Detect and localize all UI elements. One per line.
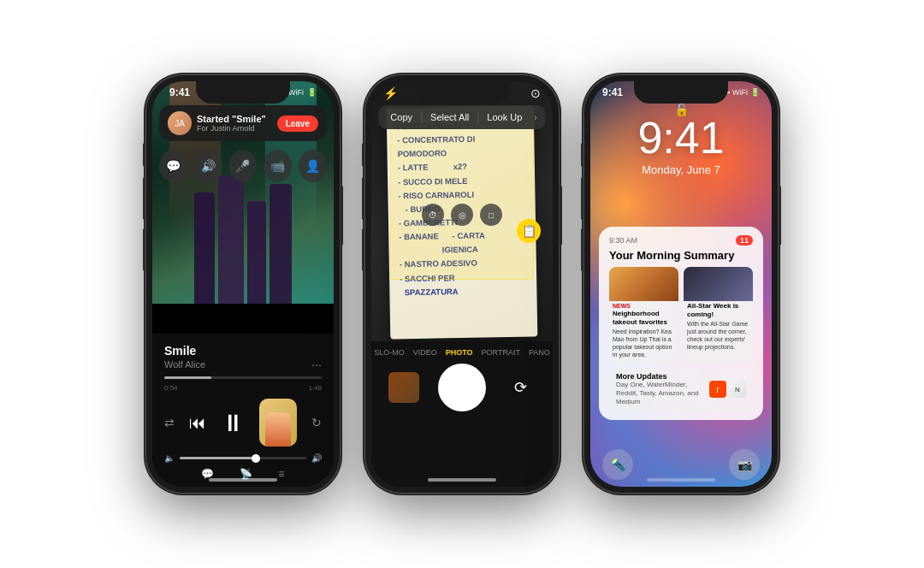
phone1-music-panel: Smile Wolf Alice ··· 0:54 1:48 ⇄ ⏮ ⏸ (152, 334, 334, 487)
phone2-mode-selector: SLO-MO VIDEO PHOTO PORTRAIT PANO (374, 341, 550, 360)
phone3-news-label-1: NEWS (609, 301, 678, 309)
phone1-person-button[interactable]: 👤 (299, 150, 327, 182)
phone2-shutter-row: ⟳ (371, 360, 553, 415)
phone1-shuffle-icon[interactable]: ⇄ (164, 416, 175, 429)
phone3-notif-title: Your Morning Summary (609, 249, 753, 262)
phone2-shutter-inner (442, 368, 482, 407)
phone2-menu-sep1 (421, 111, 422, 123)
phone-3: 9:41 ▪▪▪ WiFi 🔋 🔓 9:41 Monday, June 7 9:… (583, 74, 779, 494)
phone1-mic-button[interactable]: 🎤 (229, 150, 258, 182)
phone2-select-all-button[interactable]: Select All (424, 109, 476, 125)
phone1-pause-button[interactable]: ⏸ (221, 409, 245, 437)
phone3-bottom-bar: 🔦 📷 (602, 449, 760, 480)
phone2-timer-button[interactable]: ⏱ (422, 204, 444, 226)
phone2-camera-bottom: SLO-MO VIDEO PHOTO PORTRAIT PANO ⟳ (371, 341, 553, 487)
phone1-time: 9:41 (169, 86, 190, 98)
phone1-chat-button[interactable]: 💬 (159, 150, 187, 182)
phone-1: 9:41 ▪▪▪ WiFi 🔋 JA Started "Smile" For J… (145, 74, 341, 494)
phone2-shutter-button[interactable] (438, 364, 486, 411)
phone1-playback-controls: ⇄ ⏮ ⏸ ↻ (164, 399, 322, 447)
phone1-avatar: JA (168, 111, 192, 135)
phone2-flip-camera-button[interactable]: ⟳ (505, 372, 536, 403)
phone3-news-grid: NEWS Neighborhood takeout favorites Need… (609, 267, 753, 363)
phone3-notification[interactable]: 9:30 AM 11 Your Morning Summary NEWS Nei… (599, 227, 763, 420)
phone3-notch (634, 81, 728, 104)
phone3-more-updates[interactable]: More Updates Day One, WaterMinder, Reddi… (609, 368, 753, 411)
phone1-queue-icon[interactable]: ≡ (278, 468, 284, 480)
phone3-news-headline-1: Neighborhood takeout favorites (609, 309, 678, 328)
phone2-mode-pano[interactable]: PANO (529, 348, 550, 357)
phone1-progress-bar[interactable] (164, 376, 322, 379)
phone3-news-headline-2: All-Star Week is coming! (684, 301, 753, 320)
phone1-vol-high-icon: 🔊 (311, 453, 322, 463)
phone3-news-item-2[interactable]: All-Star Week is coming! With the All-St… (684, 267, 753, 363)
phone1-facetime-text: Started "Smile" For Justin Arnold (197, 114, 266, 133)
phone1-facetime-controls: 💬 🔊 🎤 📹 👤 (159, 150, 327, 182)
phone1-home-indicator[interactable] (209, 478, 277, 482)
phone3-wifi-icon: WiFi (732, 88, 748, 97)
phone2-aspect-button[interactable]: □ (480, 204, 502, 226)
phone2-mode-portrait[interactable]: PORTRAIT (482, 348, 520, 357)
phone2-screen: ⚡ ∧ ⊙ PETTI DI POLLO - CONCENTRATO DI PO… (371, 81, 553, 487)
phone3-notif-badge: 11 (736, 235, 753, 246)
phone3-screen: 9:41 ▪▪▪ WiFi 🔋 🔓 9:41 Monday, June 7 9:… (590, 81, 772, 487)
phone3-news-img-1 (609, 267, 678, 301)
phone2-look-up-button[interactable]: Look Up (480, 109, 529, 125)
phone1-song-info: Smile Wolf Alice ··· (164, 344, 322, 371)
phone1-facetime-thumbnail[interactable] (259, 399, 297, 447)
phone1-wifi-icon: WiFi (288, 88, 304, 97)
phone3-clock-time: 9:41 (590, 115, 772, 160)
phone2-menu-sep2 (477, 111, 478, 123)
phone1-song-title: Smile (164, 344, 322, 358)
phone2-copy-button[interactable]: Copy (383, 109, 419, 125)
phone1-screen: 9:41 ▪▪▪ WiFi 🔋 JA Started "Smile" For J… (152, 81, 334, 487)
phone2-text-menu: Copy Select All Look Up › (378, 105, 545, 129)
phone2-gallery-thumbnail[interactable] (388, 372, 419, 403)
phone3-notif-header: 9:30 AM 11 (609, 235, 753, 246)
phone3-clock-date: Monday, June 7 (590, 163, 772, 176)
phone3-news-item-1[interactable]: NEWS Neighborhood takeout favorites Need… (609, 267, 678, 363)
phone3-reddit-icon: r (709, 381, 726, 398)
phone1-more-icon[interactable]: ··· (311, 358, 322, 371)
phone2-filter-button[interactable]: ◎ (451, 204, 473, 226)
phone2-scan-icon[interactable]: 📋 (517, 219, 541, 243)
phone2-flash-icon[interactable]: ⚡ (383, 86, 398, 100)
phone1-progress-fill (164, 376, 211, 379)
phone2-home-indicator[interactable] (428, 478, 496, 482)
phone1-time-labels: 0:54 1:48 (164, 384, 322, 392)
phone3-camera-button[interactable]: 📷 (729, 449, 760, 480)
phone3-status-time: 9:41 (602, 86, 623, 98)
phone3-clock: 9:41 Monday, June 7 (590, 115, 772, 176)
phone3-news-app-icon: N (729, 381, 746, 398)
phone3-home-indicator[interactable] (647, 478, 715, 482)
phone2-menu-arrow[interactable]: › (530, 113, 540, 122)
phone2-mode-photo[interactable]: PHOTO (446, 348, 473, 357)
phone1-facetime-subtitle: For Justin Arnold (197, 124, 266, 133)
phone3-more-text-group: More Updates Day One, WaterMinder, Reddi… (616, 372, 704, 407)
phone1-battery-icon: 🔋 (307, 88, 317, 97)
phone1-volume-row: 🔈 🔊 (164, 453, 322, 463)
phone1-facetime-title: Started "Smile" (197, 114, 266, 124)
phone1-facetime-bar[interactable]: JA Started "Smile" For Justin Arnold Lea… (159, 105, 327, 141)
phone2-scan-highlight (390, 109, 534, 280)
phone3-news-body-1: Need inspiration? Kea Mao from Up Thai i… (609, 328, 678, 362)
phone1-rewind-button[interactable]: ⏮ (189, 413, 206, 433)
phone1-speaker-button[interactable]: 🔊 (194, 150, 222, 182)
phone2-live-icon[interactable]: ⊙ (530, 86, 541, 100)
phone1-repeat-icon[interactable]: ↻ (311, 416, 322, 429)
phone1-video-button[interactable]: 📹 (264, 150, 292, 182)
phone1-song-artist: Wolf Alice ··· (164, 358, 322, 371)
phone3-more-icons: r N (709, 381, 746, 398)
phone2-mode-slomo[interactable]: SLO-MO (374, 348, 405, 357)
phone3-flashlight-button[interactable]: 🔦 (602, 449, 633, 480)
phone3-more-title: More Updates (616, 372, 704, 381)
phone3-news-body-2: With the All-Star Game just around the c… (684, 320, 753, 354)
phone3-battery-icon: 🔋 (750, 88, 760, 97)
phone3-news-img-2 (684, 267, 753, 301)
phone-2: ⚡ ∧ ⊙ PETTI DI POLLO - CONCENTRATO DI PO… (364, 74, 560, 494)
phone1-leave-button[interactable]: Leave (277, 115, 318, 132)
phone3-more-body: Day One, WaterMinder, Reddit, Tasty, Ama… (616, 381, 704, 407)
phone1-volume-bar[interactable] (180, 457, 306, 459)
phone2-mode-video[interactable]: VIDEO (413, 348, 437, 357)
phone3-notif-time: 9:30 AM (609, 236, 637, 245)
